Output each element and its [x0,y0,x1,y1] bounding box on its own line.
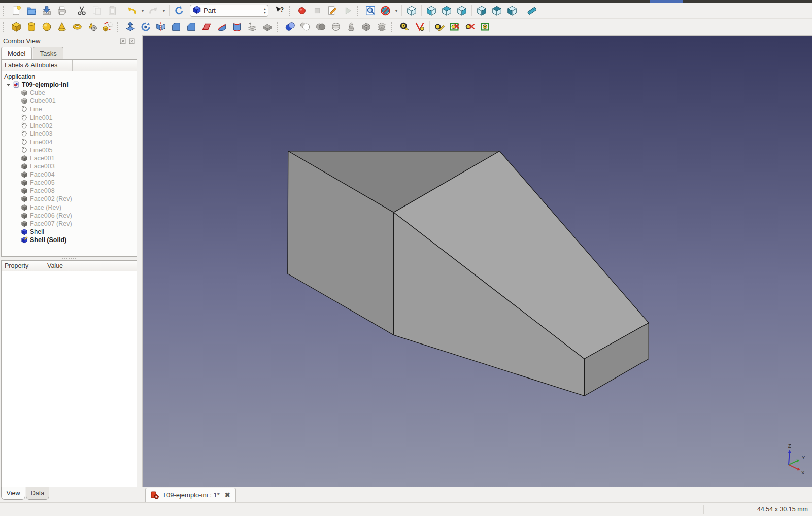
face-icon [21,171,28,178]
tree-item[interactable]: Line002 [2,122,137,130]
tree-document-row[interactable]: T09-ejemplo-ini [2,81,137,89]
document-tab[interactable]: T09-ejemplo-ini : 1* ✖ [145,488,236,502]
redo-button[interactable] [147,4,160,17]
freecad-document-icon [151,491,159,499]
compound-button[interactable] [360,20,373,33]
document-tab-close-icon[interactable]: ✖ [225,491,230,499]
create-primitives-button[interactable] [86,20,99,33]
viewport-canvas[interactable]: Z Y X [143,36,812,487]
macro-run-button[interactable] [341,4,354,17]
macro-stop-button[interactable] [311,4,324,17]
torus-button[interactable] [71,20,84,33]
tab-data[interactable]: Data [26,487,49,500]
measure-toggle-3d-button[interactable] [463,20,477,33]
extrude-button[interactable] [124,20,137,33]
view-right-button[interactable] [455,4,468,17]
tree-item[interactable]: Line003 [2,130,137,138]
measure-angular-button[interactable] [413,20,426,33]
tab-view[interactable]: View [1,487,25,500]
view-isometric-button[interactable] [405,4,418,17]
mirror-button[interactable] [154,20,167,33]
3d-viewport[interactable]: Z Y X [142,35,812,487]
panel-float-button[interactable] [119,38,126,44]
tree-item[interactable]: Face004 [2,170,137,179]
tree-item[interactable]: Face008 [2,187,137,195]
refresh-button[interactable] [173,4,186,17]
tree-item[interactable]: Face003 [2,162,137,170]
view-top-button[interactable] [440,4,453,17]
view-bottom-button[interactable] [490,4,503,17]
measure-toggle-delta-button[interactable] [479,20,492,33]
expander-icon[interactable] [6,82,11,88]
sphere-button[interactable] [40,20,53,33]
tree-item[interactable]: Line005 [2,146,137,154]
toolbar-separator [421,5,422,16]
tree-item[interactable]: Line001 [2,113,137,121]
part-workbench-icon [192,5,201,16]
draw-style-button[interactable] [379,4,392,17]
workbench-selector[interactable]: Part▴▾ [190,5,268,17]
tree-root-application[interactable]: Application [2,73,137,81]
paste-button[interactable] [106,4,119,17]
cut-button[interactable] [75,4,88,17]
draw-style-button-dropdown-arrow[interactable]: ▾ [393,4,399,17]
sweep-button[interactable] [246,20,259,33]
check-geometry-button[interactable] [345,20,358,33]
tree-item[interactable]: Face001 [2,154,137,162]
cone-button[interactable] [55,20,69,33]
whats-this-button[interactable]: ? [273,4,286,17]
save-button[interactable] [40,4,53,17]
tree-item[interactable]: Face002 (Rev) [2,195,137,203]
boolean-common-button[interactable] [314,20,327,33]
tree-item[interactable]: Face (Rev) [2,203,137,212]
fillet-button[interactable] [170,20,183,33]
fit-all-button[interactable] [364,4,377,17]
revolve-button[interactable] [139,20,152,33]
tree-item[interactable]: Face005 [2,179,137,187]
tab-tasks[interactable]: Tasks [33,47,63,59]
panel-splitter[interactable] [1,257,137,260]
section-button[interactable] [261,20,274,33]
undo-button-dropdown-arrow[interactable]: ▾ [140,4,146,17]
view-left-button[interactable] [505,4,519,17]
tab-model[interactable]: Model [1,47,32,59]
copy-button[interactable] [90,4,104,17]
open-button[interactable] [25,4,38,17]
boolean-cut-button[interactable] [299,20,312,33]
tree-item[interactable]: Cube001 [2,97,137,105]
compound-tools-button[interactable] [375,20,388,33]
print-button[interactable] [55,4,69,17]
cut-icon [76,5,87,16]
cross-sections-button[interactable] [329,20,343,33]
tree-item[interactable]: Face007 (Rev) [2,220,137,228]
measure-distance-button[interactable] [525,4,538,17]
tree-item[interactable]: Face006 (Rev) [2,212,137,220]
workbench-selector-spinner[interactable]: ▴▾ [264,7,266,14]
loft-button[interactable] [230,20,244,33]
new-file-button[interactable] [10,4,23,17]
wire-icon [21,114,28,121]
measure-refresh-button[interactable] [433,20,446,33]
tree-item[interactable]: Shell (Solid) [2,236,137,244]
macro-edit-button[interactable] [326,4,339,17]
make-face-button[interactable] [200,20,213,33]
redo-button-dropdown-arrow[interactable]: ▾ [161,4,167,17]
shape-builder-button[interactable] [101,20,114,33]
tree-item-label: Line [30,106,42,113]
tree-item[interactable]: Shell [2,228,137,236]
measure-linear-button[interactable] [398,20,411,33]
chamfer-button[interactable] [185,20,198,33]
boolean-union-button[interactable] [284,20,297,33]
measure-clear-all-button[interactable] [448,20,461,33]
tree-item[interactable]: Line004 [2,138,137,146]
ruled-surface-button[interactable] [215,20,228,33]
cylinder-button[interactable] [25,20,38,33]
box-button[interactable] [10,20,23,33]
undo-button[interactable] [125,4,139,17]
view-rear-button[interactable] [475,4,488,17]
tree-item[interactable]: Cube [2,89,137,97]
tree-item[interactable]: Line [2,105,137,113]
macro-record-button[interactable] [295,4,309,17]
view-front-button[interactable] [425,4,438,17]
panel-close-button[interactable] [128,38,135,44]
